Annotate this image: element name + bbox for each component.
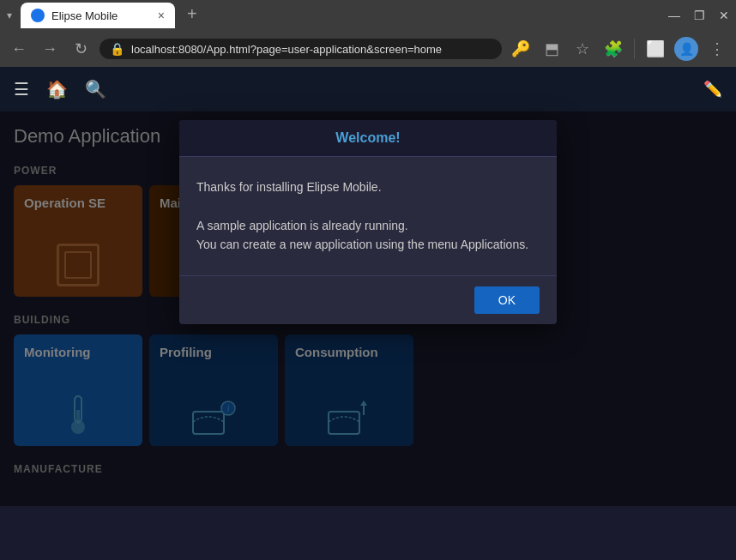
hamburger-icon[interactable]: ☰ bbox=[14, 79, 29, 99]
modal-line1: Thanks for installing Elipse Mobile. bbox=[196, 178, 540, 196]
modal-line2: A sample application is already running. bbox=[196, 216, 540, 235]
welcome-modal: Welcome! Thanks for installing Elipse Mo… bbox=[179, 120, 557, 324]
modal-line3: You can create a new application using t… bbox=[196, 235, 540, 254]
browser-chrome: ▾ Elipse Mobile × + — ❐ ✕ ← → ↻ 🔒 localh… bbox=[0, 0, 736, 67]
search-icon[interactable]: 🔍 bbox=[85, 79, 106, 99]
menu-icon[interactable]: ⋮ bbox=[705, 37, 729, 61]
modal-header: Welcome! bbox=[179, 120, 557, 157]
profile-avatar[interactable]: 👤 bbox=[674, 37, 698, 61]
refresh-button[interactable]: ↻ bbox=[69, 37, 93, 61]
home-icon[interactable]: 🏠 bbox=[46, 79, 68, 99]
toolbar-icons: 🔑 ⬒ ☆ 🧩 ⬜ 👤 ⋮ bbox=[509, 37, 729, 61]
modal-footer: OK bbox=[179, 275, 557, 324]
modal-overlay: Welcome! Thanks for installing Elipse Mo… bbox=[0, 111, 736, 506]
address-bar[interactable]: 🔒 localhost:8080/App.html?page=user-appl… bbox=[100, 39, 502, 59]
tab-favicon bbox=[31, 9, 45, 22]
browser-tab[interactable]: Elipse Mobile × bbox=[21, 3, 175, 28]
modal-title: Welcome! bbox=[335, 130, 400, 145]
restore-button[interactable]: ❐ bbox=[694, 9, 705, 22]
tab-close-button[interactable]: × bbox=[158, 9, 165, 22]
extensions-icon[interactable]: 🧩 bbox=[601, 37, 625, 61]
cast-icon[interactable]: ⬒ bbox=[540, 37, 564, 61]
browser-titlebar: ▾ Elipse Mobile × + — ❐ ✕ bbox=[0, 0, 736, 31]
back-button[interactable]: ← bbox=[7, 37, 31, 61]
modal-body: Thanks for installing Elipse Mobile. A s… bbox=[179, 157, 557, 275]
tab-dropdown-icon[interactable]: ▾ bbox=[7, 9, 12, 21]
app-chrome: ☰ 🏠 🔍 ✏️ Demo Application POWER Operatio… bbox=[0, 67, 736, 506]
ok-button[interactable]: OK bbox=[474, 286, 540, 314]
minimize-button[interactable]: — bbox=[668, 9, 680, 22]
app-content: Demo Application POWER Operation SE Main… bbox=[0, 111, 736, 506]
lock-icon: 🔒 bbox=[110, 42, 124, 56]
tab-title: Elipse Mobile bbox=[51, 9, 118, 22]
window-controls: — ❐ ✕ bbox=[668, 9, 729, 22]
close-button[interactable]: ✕ bbox=[719, 9, 729, 22]
bookmark-icon[interactable]: ☆ bbox=[570, 37, 594, 61]
profile-toggle-icon[interactable]: ⬜ bbox=[643, 37, 667, 61]
address-text: localhost:8080/App.html?page=user-applic… bbox=[131, 43, 492, 56]
key-icon[interactable]: 🔑 bbox=[509, 37, 533, 61]
toolbar-divider bbox=[634, 39, 635, 59]
edit-icon[interactable]: ✏️ bbox=[703, 80, 722, 99]
browser-addressbar: ← → ↻ 🔒 localhost:8080/App.html?page=use… bbox=[0, 31, 736, 67]
app-toolbar: ☰ 🏠 🔍 ✏️ bbox=[0, 67, 736, 111]
new-tab-button[interactable]: + bbox=[180, 4, 204, 24]
forward-button[interactable]: → bbox=[38, 37, 62, 61]
